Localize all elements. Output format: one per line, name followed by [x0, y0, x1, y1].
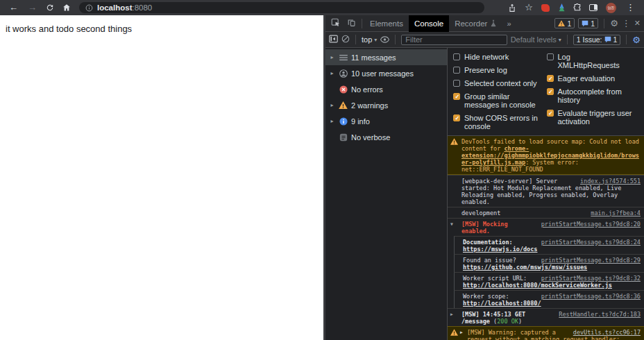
sidebar-item-all-messages[interactable]: ▸ 11 messages — [325, 49, 447, 65]
source-link[interactable]: printStartMessage.ts?9dc8:32 — [541, 275, 641, 282]
console-warning-msw-unhandled: ▶ devUtils.ts?cc96:17 [MSW] Warning: cap… — [448, 326, 644, 340]
caret-right-icon[interactable]: ▸ — [329, 102, 335, 108]
tab-elements[interactable]: Elements — [364, 15, 409, 32]
sidebar-item-info[interactable]: ▸ 9 info — [325, 113, 447, 129]
console-settings-gear-icon[interactable]: ⚙ — [632, 35, 641, 45]
tab-recorder[interactable]: Recorder — [449, 15, 502, 32]
source-link[interactable]: printStartMessage.ts?9dc8:24 — [541, 239, 641, 246]
source-link[interactable]: printStartMessage.ts?9dc8:20 — [541, 221, 641, 228]
tab-recorder-label: Recorder — [455, 15, 487, 32]
setting-autocomplete-history[interactable]: Autocomplete from history — [547, 87, 635, 104]
devtools-close-icon[interactable]: ✕ — [634, 19, 641, 28]
side-panel-icon[interactable] — [589, 4, 598, 11]
setting-evaluate-user-activation[interactable]: Evaluate triggers user activation — [547, 109, 635, 126]
group-collapsed-icon[interactable]: ▶ — [460, 329, 463, 336]
setting-eager-evaluation[interactable]: Eager evaluation — [547, 74, 635, 83]
checkbox[interactable] — [547, 75, 554, 82]
home-icon[interactable] — [58, 3, 75, 12]
issues-url-link[interactable]: https://github.com/mswjs/msw/issues — [463, 264, 587, 271]
setting-hide-network[interactable]: Hide network — [453, 53, 541, 61]
refresh-icon[interactable] — [42, 3, 58, 12]
console-log-found-issue: printStartMessage.ts?9dc8:29 Found an is… — [454, 254, 644, 272]
url-host: localhost — [97, 3, 132, 12]
clear-console-icon[interactable] — [341, 35, 350, 45]
console-sidebar: ▸ 11 messages ▸ 10 user messages No erro… — [325, 48, 448, 340]
console-filter-input[interactable] — [401, 35, 507, 45]
forward-icon[interactable]: → — [23, 0, 42, 15]
setting-label: Show CORS errors in console — [464, 114, 541, 130]
devtools-menu-kebab-icon[interactable]: ⋮ — [622, 18, 631, 28]
extension-tree-icon[interactable] — [554, 3, 569, 12]
sidebar-item-user-messages[interactable]: ▸ 10 user messages — [325, 65, 447, 81]
warnings-badge[interactable]: 1 — [554, 18, 575, 28]
issue-bubble-icon — [604, 36, 611, 43]
extensions-puzzle-icon[interactable] — [570, 3, 584, 12]
setting-show-cors-errors[interactable]: Show CORS errors in console — [453, 114, 541, 130]
checkbox[interactable] — [453, 114, 460, 121]
checkbox[interactable] — [453, 53, 460, 60]
site-info-icon[interactable] — [85, 4, 93, 12]
caret-right-icon[interactable]: ▸ — [329, 54, 335, 60]
inspect-element-icon[interactable] — [328, 18, 344, 29]
context-selector[interactable]: top ▾ — [362, 35, 377, 44]
log-text: [MSW] Mocking enabled. — [461, 221, 508, 235]
extension-red-icon[interactable] — [541, 4, 550, 12]
source-link[interactable]: RestHandler.ts?dc7d:183 — [559, 311, 641, 318]
docs-url-link[interactable]: https://mswjs.io/docs — [463, 246, 537, 253]
console-log-documentation: printStartMessage.ts?9dc8:24 Documentati… — [454, 236, 644, 254]
checkbox[interactable] — [547, 88, 554, 95]
address-bar[interactable]: localhost:8080 — [79, 2, 484, 13]
source-link[interactable]: main.js?fbea:4 — [591, 210, 641, 216]
source-link[interactable]: index.js?4574:551 — [580, 178, 641, 185]
issue-counter-label: 1 Issue: — [577, 35, 602, 44]
sidebar-item-warnings[interactable]: ▸ 2 warnings — [325, 97, 447, 113]
profile-avatar[interactable]: 염진 — [606, 3, 616, 13]
checkbox[interactable] — [453, 80, 460, 87]
setting-selected-context-only[interactable]: Selected context only — [453, 79, 541, 87]
caret-right-icon[interactable]: ▸ — [329, 70, 335, 76]
web-page: it works and todo second things — [0, 15, 323, 340]
console-log-worker-scope: printStartMessage.ts?9dc8:36 Worker scop… — [454, 290, 644, 308]
tab-console[interactable]: Console — [409, 15, 449, 32]
checkbox[interactable] — [453, 67, 460, 74]
group-expand-icon[interactable]: ▼ — [450, 221, 453, 228]
devtools-tabbar: Elements Console Recorder » 1 1 ⚙ ⋮ ✕ — [325, 15, 644, 32]
issue-counter[interactable]: 1 Issue: 1 — [573, 35, 621, 45]
bookmark-star-icon[interactable]: ☆ — [521, 0, 536, 15]
back-icon[interactable]: ← — [4, 0, 23, 15]
msw-group-children: printStartMessage.ts?9dc8:24 Documentati… — [448, 236, 644, 308]
source-link[interactable]: printStartMessage.ts?9dc8:29 — [541, 257, 641, 264]
setting-group-similar[interactable]: Group similar messages in console — [453, 92, 541, 109]
checkbox[interactable] — [547, 110, 554, 117]
worker-script-url-link[interactable]: http://localhost:8080/mockServiceWorker.… — [463, 282, 612, 289]
console-toolbar: top ▾ Default levels ▾ 1 Issue: 1 ⚙ — [325, 32, 644, 48]
live-expression-eye-icon[interactable] — [380, 35, 389, 45]
chevron-down-icon: ▾ — [374, 37, 377, 43]
console-sidebar-toggle-icon[interactable] — [329, 35, 338, 45]
sidebar-item-label: 2 warnings — [351, 101, 388, 110]
group-collapsed-icon[interactable]: ▶ — [450, 311, 453, 318]
checkbox[interactable] — [453, 93, 460, 100]
source-link[interactable]: devUtils.ts?cc96:17 — [573, 329, 641, 336]
setting-label: Eager evaluation — [558, 74, 616, 83]
log-text: development — [461, 210, 500, 216]
share-icon[interactable] — [505, 3, 520, 12]
more-tabs-icon[interactable]: » — [502, 19, 515, 28]
worker-scope-url-link[interactable]: http://localhost:8080/ — [463, 300, 541, 307]
chevron-down-icon: ▾ — [559, 37, 561, 43]
setting-log-xmlhttprequests[interactable]: Log XMLHttpRequests — [547, 53, 635, 69]
sidebar-item-verbose[interactable]: No verbose — [325, 129, 447, 145]
caret-right-icon[interactable]: ▸ — [329, 118, 335, 124]
log-text: Found an issue? — [463, 257, 516, 264]
setting-label: Selected context only — [464, 79, 537, 87]
checkbox[interactable] — [547, 53, 554, 60]
sidebar-item-errors[interactable]: No errors — [325, 81, 447, 97]
source-link[interactable]: printStartMessage.ts?9dc8:36 — [541, 293, 641, 300]
devtools-settings-gear-icon[interactable]: ⚙ — [610, 18, 618, 28]
setting-preserve-log[interactable]: Preserve log — [453, 66, 541, 74]
log-levels-dropdown[interactable]: Default levels ▾ — [511, 35, 561, 44]
browser-menu-kebab-icon[interactable]: ⋮ — [621, 0, 640, 15]
device-toolbar-icon[interactable] — [344, 18, 359, 29]
issues-badge[interactable]: 1 — [578, 18, 598, 28]
sidebar-item-label: No errors — [351, 85, 383, 94]
